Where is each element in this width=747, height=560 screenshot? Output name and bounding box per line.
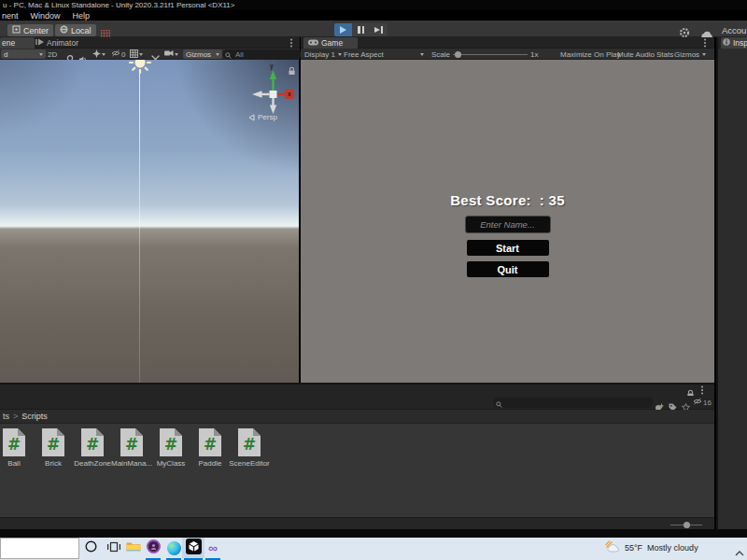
search-icon [496,395,502,412]
purple-app-button[interactable] [142,538,164,558]
axis-x-label[interactable]: x [288,91,291,97]
project-search-bar: 16 [0,396,714,410]
stats-toggle[interactable]: Stats [656,49,673,60]
scene-effects-dropdown[interactable] [92,49,106,60]
asset-item-brick[interactable]: # Brick [34,427,73,468]
csharp-script-icon: # [237,427,261,457]
game-gizmos-dropdown[interactable]: Gizmos [674,49,706,60]
scene-visibility-toggle[interactable]: 0 [111,49,125,60]
project-panel-menu-icon[interactable] [701,389,703,391]
aspect-dropdown[interactable]: Free Aspect [344,49,424,60]
taskbar-weather[interactable]: 55°F Mostly cloudy [605,538,698,558]
inspector-panel [716,49,747,529]
aspect-label: Free Aspect [344,50,384,59]
asset-item-mainmanager[interactable]: # MainMana... [112,427,151,468]
menu-item-window[interactable]: Window [31,11,61,21]
scene-gizmos-dropdown[interactable]: Gizmos [183,49,222,59]
scale-slider-track[interactable] [453,54,528,55]
asset-item-deathzone[interactable]: # DeathZone [73,427,112,468]
chevron-down-icon [702,53,706,56]
mute-audio-toggle[interactable]: Mute Audio [617,49,655,60]
directional-light-sun-icon[interactable] [129,60,151,77]
unity-editor-window: u - PC, Mac & Linux Standalone - Unity 2… [0,0,747,560]
draw-mode-dropdown[interactable]: d [1,49,46,59]
eye-slash-icon [693,398,702,407]
visual-studio-button[interactable]: ∞ [202,538,224,558]
scene-view[interactable]: y x Persp [0,60,299,383]
breadcrumb-root[interactable]: ts [3,412,9,421]
breadcrumb-current[interactable]: Scripts [21,412,48,421]
scale-slider-handle[interactable] [455,51,461,58]
asset-item-paddle[interactable]: # Paddle [190,427,230,468]
info-icon [723,38,730,48]
scene-search-field[interactable] [222,49,302,59]
lock-icon[interactable] [288,63,296,79]
project-content-area[interactable]: # Ball # Brick # DeathZone # MainMana...… [0,424,714,517]
chevron-down-icon [175,53,178,56]
cortana-button[interactable] [79,538,102,558]
player-name-input[interactable] [465,216,551,233]
play-icon [340,26,346,34]
breadcrumb: ts > Scripts [0,410,714,424]
display-label: Display 1 [304,50,335,59]
tab-inspector[interactable]: Inspecto [721,37,747,49]
quit-button[interactable]: Quit [467,261,549,277]
game-tab-bar: Game [301,37,714,49]
menu-item-help[interactable]: Help [73,11,91,21]
edge-icon [167,541,181,555]
chevron-down-icon [216,53,219,56]
scene-tab-bar: ene Animator [0,37,300,49]
animator-tab-label: Animator [47,38,78,48]
project-search-input[interactable] [504,398,650,408]
local-label: Local [71,26,92,35]
svg-text:#: # [86,435,99,454]
start-button[interactable]: Start [467,240,549,256]
csharp-script-icon: # [159,427,183,457]
draw-mode-label: d [4,50,7,59]
weather-icon [605,540,620,555]
project-visibility-toggle[interactable]: 16 [693,398,712,407]
show-hidden-icons-chevron[interactable] [735,544,744,560]
scene-panel-menu-icon[interactable] [290,42,292,44]
scene-camera-dropdown[interactable] [164,49,178,60]
step-icon [374,26,383,34]
pause-icon [358,26,364,34]
asset-item-myclass[interactable]: # MyClass [151,427,190,468]
pivot-center-button[interactable]: Center [7,24,53,36]
icon-size-slider-handle[interactable] [684,522,690,528]
project-search-field[interactable] [493,398,653,408]
project-hidden-count: 16 [703,399,712,407]
maximize-on-play-toggle[interactable]: Maximize On Play [560,49,620,60]
scene-grid-dropdown[interactable] [130,49,143,60]
tab-game[interactable]: Game [303,37,358,49]
display-dropdown[interactable]: Display 1 [304,49,342,60]
game-panel-menu-icon[interactable] [704,42,706,44]
best-score-text: Best Score: : 35 [450,192,565,208]
chevron-down-icon [338,53,342,56]
scene-search-input[interactable] [233,49,299,60]
pause-button[interactable] [352,23,370,36]
window-title-bar[interactable]: u - PC, Mac & Linux Standalone - Unity 2… [0,0,747,10]
rotation-local-button[interactable]: Local [55,24,96,36]
tab-animator[interactable]: Animator [35,37,78,49]
toggle-2d-button[interactable]: 2D [48,49,57,60]
scale-label: Scale [431,49,450,60]
account-dropdown[interactable]: Account [722,25,747,35]
animator-icon [35,38,44,48]
step-button[interactable] [370,23,388,36]
windows-search-box[interactable] [0,538,79,559]
running-indicator [146,558,161,560]
project-panel: 16 ts > Scripts # Ball # Brick # DeathZo… [0,383,714,529]
axis-y-label[interactable]: y [270,63,274,69]
windows-taskbar: ∞ 55°F Mostly cloudy [0,538,747,560]
menu-item-component[interactable]: nent [2,11,19,21]
window-title: u - PC, Mac & Linux Standalone - Unity 2… [3,1,234,9]
play-button[interactable] [334,23,352,36]
purple-app-icon [147,539,161,557]
asset-item-ball[interactable]: # Ball [0,427,34,468]
asset-item-sceneeditor[interactable]: # SceneEditor [230,427,269,468]
light-direction-ray [139,69,140,383]
csharp-script-icon: # [80,427,105,457]
tab-scene[interactable]: ene [0,37,35,49]
perspective-indicator[interactable]: Persp [248,108,277,125]
